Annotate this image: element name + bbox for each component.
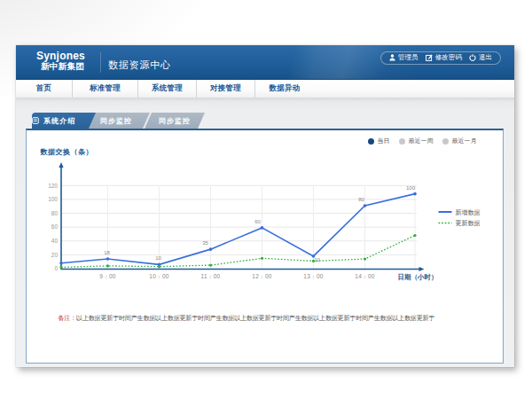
user-toolbar-logout[interactable]: 退出	[469, 53, 492, 62]
y-tick-label: 0	[54, 265, 58, 271]
brand-logo-subtitle: 新中新集团	[41, 62, 85, 71]
tab-0[interactable]: 系统介绍	[32, 113, 84, 129]
edit-icon	[426, 54, 433, 61]
series-point	[413, 192, 417, 196]
tab-2[interactable]: 同步监控	[143, 113, 205, 129]
series-point	[363, 204, 366, 207]
x-tick-label: 11：00	[200, 273, 220, 279]
series-point	[208, 263, 211, 266]
point-label: 35	[202, 240, 208, 246]
header-divider	[100, 52, 101, 73]
user-toolbar: 管理员修改密码退出	[380, 51, 501, 65]
app-header: Synjones 新中新集团 数据资源中心 管理员修改密码退出	[16, 45, 514, 80]
user-toolbar-label: 修改密码	[435, 53, 462, 62]
x-tick-label: 9：00	[99, 273, 116, 279]
point-label: 18	[104, 250, 110, 255]
nav-item-2[interactable]: 系统管理	[138, 80, 197, 98]
nav-item-1[interactable]: 标准管理	[73, 80, 138, 98]
series-point	[260, 257, 262, 260]
footer-note: 备注：以上数据更新于时间产生数据以上数据更新于时间产生数据以上数据更新于时间产生…	[59, 314, 484, 323]
series-line-0	[61, 194, 415, 265]
tab-label: 同步监控	[99, 116, 131, 126]
series-point	[59, 266, 62, 269]
series-point	[363, 257, 365, 260]
tab-bar: 系统介绍同步监控同步监控	[26, 113, 505, 129]
chart-x-axis-title: 日期（小时）	[397, 273, 437, 281]
x-tick-label: 13：00	[303, 273, 324, 279]
page-background: Synjones 新中新集团 数据资源中心 管理员修改密码退出 首页标准管理系统…	[0, 0, 532, 399]
brand-logo: Synjones 新中新集团	[36, 51, 85, 71]
document-icon	[32, 117, 39, 124]
user-toolbar-label: 退出	[479, 53, 492, 62]
legend-label: 新增数据	[455, 208, 480, 216]
point-label: 60	[254, 219, 261, 224]
series-point	[413, 234, 416, 237]
point-label: 100	[405, 185, 415, 191]
y-tick-label: 60	[51, 223, 58, 230]
content-panel: 当日最近一周最近一月 数据交换（条） 0204060801001209：0010…	[26, 129, 504, 364]
tab-label: 同步监控	[159, 116, 191, 126]
content-area: 系统介绍同步监控同步监控 当日最近一周最近一月 数据交换（条） 02040608…	[16, 98, 514, 367]
series-line-1	[61, 236, 415, 268]
x-axis-arrow-icon	[419, 267, 424, 271]
y-tick-label: 100	[48, 196, 58, 202]
point-label: 10	[314, 257, 320, 262]
line-chart: 0204060801001209：0010：0011：0012：0013：001…	[27, 130, 503, 363]
y-tick-label: 40	[51, 238, 58, 244]
user-toolbar-label: 管理员	[398, 53, 419, 62]
series-point	[208, 247, 212, 251]
y-tick-label: 20	[51, 252, 58, 258]
nav-item-0[interactable]: 首页	[16, 80, 73, 98]
point-label: 10	[155, 255, 161, 261]
x-tick-label: 14：00	[355, 273, 375, 279]
note-prefix: 备注：	[59, 315, 77, 321]
x-tick-label: 12：00	[252, 273, 272, 279]
point-label: 80	[358, 197, 364, 202]
legend-label: 更新数据	[455, 219, 480, 227]
series-point	[59, 262, 63, 265]
x-tick-label: 10：00	[149, 273, 169, 279]
app-title: 数据资源中心	[108, 59, 171, 72]
nav-item-4[interactable]: 数据异动	[255, 80, 314, 98]
note-body: 以上数据更新于时间产生数据以上数据更新于时间产生数据以上数据更新于时间产生数据以…	[76, 315, 434, 321]
user-toolbar-account[interactable]: 管理员	[389, 53, 419, 62]
series-point	[260, 226, 263, 230]
y-tick-label: 120	[48, 183, 58, 189]
power-icon	[469, 54, 476, 61]
tab-label: 系统介绍	[43, 116, 75, 126]
nav-item-3[interactable]: 对接管理	[197, 80, 255, 98]
app-window: Synjones 新中新集团 数据资源中心 管理员修改密码退出 首页标准管理系统…	[16, 45, 514, 367]
main-nav: 首页标准管理系统管理对接管理数据异动	[16, 80, 514, 98]
y-axis-arrow-icon	[59, 162, 63, 168]
series-point	[106, 264, 108, 267]
series-point	[311, 260, 314, 262]
user-toolbar-change-password[interactable]: 修改密码	[426, 53, 462, 62]
series-point	[157, 265, 160, 268]
user-icon	[389, 54, 395, 61]
series-point	[106, 257, 109, 261]
y-tick-label: 80	[51, 210, 58, 216]
brand-logo-text: Synjones	[36, 51, 85, 60]
